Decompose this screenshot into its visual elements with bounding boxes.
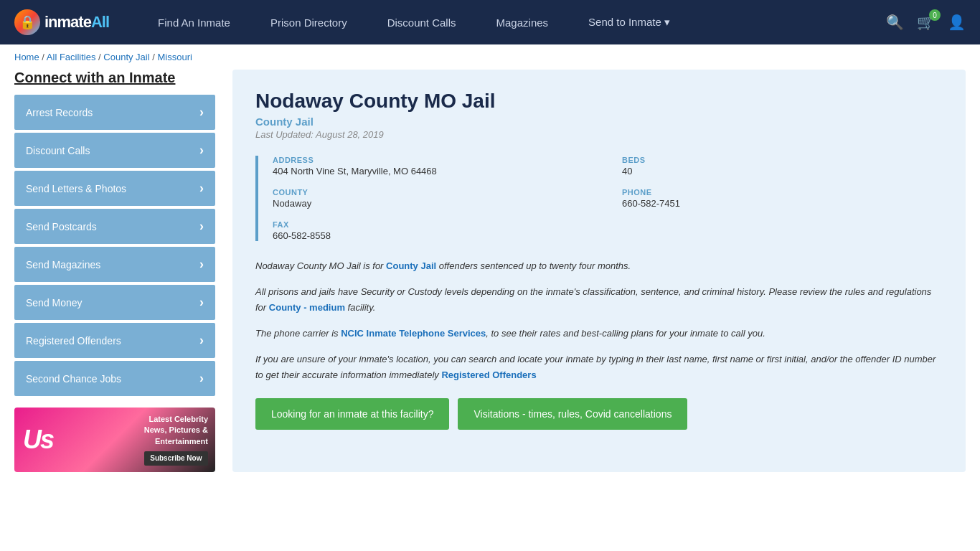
cart-badge: 0 bbox=[929, 9, 941, 21]
page-container: Connect with an Inmate Arrest Records › … bbox=[0, 70, 980, 494]
breadcrumb-county-jail[interactable]: County Jail bbox=[103, 52, 149, 62]
nav-prison-directory[interactable]: Prison Directory bbox=[250, 0, 367, 44]
breadcrumb-missouri[interactable]: Missouri bbox=[157, 52, 192, 62]
logo[interactable]: 🔒 inmateAll bbox=[14, 9, 109, 35]
facility-title: Nodaway County MO Jail bbox=[255, 90, 943, 113]
ad-banner[interactable]: Us Latest Celebrity News, Pictures & Ent… bbox=[14, 408, 215, 472]
logo-text: inmateAll bbox=[44, 13, 109, 32]
desc-paragraph-4: If you are unsure of your inmate's locat… bbox=[255, 352, 943, 383]
search-button[interactable]: 🔍 bbox=[886, 14, 904, 31]
account-button[interactable]: 👤 bbox=[948, 14, 966, 31]
logo-icon: 🔒 bbox=[14, 9, 40, 35]
nav-send-to-inmate[interactable]: Send to Inmate ▾ bbox=[568, 0, 690, 44]
ncic-link[interactable]: NCIC Inmate Telephone Services bbox=[341, 328, 486, 339]
main-content: Nodaway County MO Jail County Jail Last … bbox=[232, 70, 966, 472]
registered-offenders-link[interactable]: Registered Offenders bbox=[441, 369, 536, 380]
facility-description: Nodaway County MO Jail is for County Jai… bbox=[255, 258, 943, 384]
nav-find-inmate[interactable]: Find An Inmate bbox=[138, 0, 250, 44]
sidebar-item-registered-offenders[interactable]: Registered Offenders › bbox=[14, 323, 215, 358]
facility-info-grid: ADDRESS 404 North Vine St, Maryville, MO… bbox=[255, 156, 943, 241]
sidebar-title: Connect with an Inmate bbox=[14, 70, 215, 86]
county-field: COUNTY Nodaway bbox=[273, 188, 593, 209]
nav-links: Find An Inmate Prison Directory Discount… bbox=[138, 0, 886, 44]
sidebar-item-send-magazines[interactable]: Send Magazines › bbox=[14, 247, 215, 282]
main-nav: 🔒 inmateAll Find An Inmate Prison Direct… bbox=[0, 0, 980, 44]
sidebar-item-discount-calls[interactable]: Discount Calls › bbox=[14, 133, 215, 168]
nav-icons: 🔍 🛒 0 👤 bbox=[886, 14, 966, 31]
arrow-icon: › bbox=[199, 295, 204, 310]
desc-paragraph-3: The phone carrier is NCIC Inmate Telepho… bbox=[255, 326, 943, 342]
looking-for-inmate-button[interactable]: Looking for an inmate at this facility? bbox=[255, 398, 449, 430]
sidebar: Connect with an Inmate Arrest Records › … bbox=[14, 70, 215, 472]
action-buttons: Looking for an inmate at this facility? … bbox=[255, 398, 943, 430]
breadcrumb-home[interactable]: Home bbox=[14, 52, 39, 62]
sidebar-item-send-postcards[interactable]: Send Postcards › bbox=[14, 209, 215, 244]
fax-field: FAX 660-582-8558 bbox=[273, 220, 593, 241]
sidebar-item-send-letters[interactable]: Send Letters & Photos › bbox=[14, 171, 215, 206]
desc-paragraph-2: All prisons and jails have Security or C… bbox=[255, 284, 943, 316]
sidebar-item-second-chance-jobs[interactable]: Second Chance Jobs › bbox=[14, 361, 215, 396]
phone-field: PHONE 660-582-7451 bbox=[622, 188, 943, 209]
ad-banner-text: Latest Celebrity News, Pictures & Entert… bbox=[137, 408, 215, 471]
nav-discount-calls[interactable]: Discount Calls bbox=[367, 0, 476, 44]
nav-magazines[interactable]: Magazines bbox=[476, 0, 569, 44]
arrow-icon: › bbox=[199, 181, 204, 196]
visitations-button[interactable]: Visitations - times, rules, Covid cancel… bbox=[458, 398, 687, 430]
arrow-icon: › bbox=[199, 333, 204, 348]
arrow-icon: › bbox=[199, 371, 204, 386]
breadcrumb-all-facilities[interactable]: All Facilities bbox=[47, 52, 96, 62]
county-jail-link[interactable]: County Jail bbox=[386, 260, 436, 271]
arrow-icon: › bbox=[199, 143, 204, 158]
ad-subscribe-btn[interactable]: Subscribe Now bbox=[144, 451, 208, 466]
cart-button[interactable]: 🛒 0 bbox=[917, 14, 935, 31]
beds-field: BEDS 40 bbox=[622, 156, 943, 176]
sidebar-item-send-money[interactable]: Send Money › bbox=[14, 285, 215, 320]
county-medium-link[interactable]: County - medium bbox=[269, 302, 345, 313]
breadcrumb: Home / All Facilities / County Jail / Mi… bbox=[0, 44, 980, 70]
desc-paragraph-1: Nodaway County MO Jail is for County Jai… bbox=[255, 258, 943, 274]
address-field: ADDRESS 404 North Vine St, Maryville, MO… bbox=[273, 156, 593, 176]
facility-type: County Jail bbox=[255, 116, 943, 128]
arrow-icon: › bbox=[199, 219, 204, 234]
sidebar-item-arrest-records[interactable]: Arrest Records › bbox=[14, 95, 215, 130]
facility-updated: Last Updated: August 28, 2019 bbox=[255, 129, 943, 140]
arrow-icon: › bbox=[199, 105, 204, 120]
ad-logo: Us bbox=[14, 425, 53, 455]
arrow-icon: › bbox=[199, 257, 204, 272]
